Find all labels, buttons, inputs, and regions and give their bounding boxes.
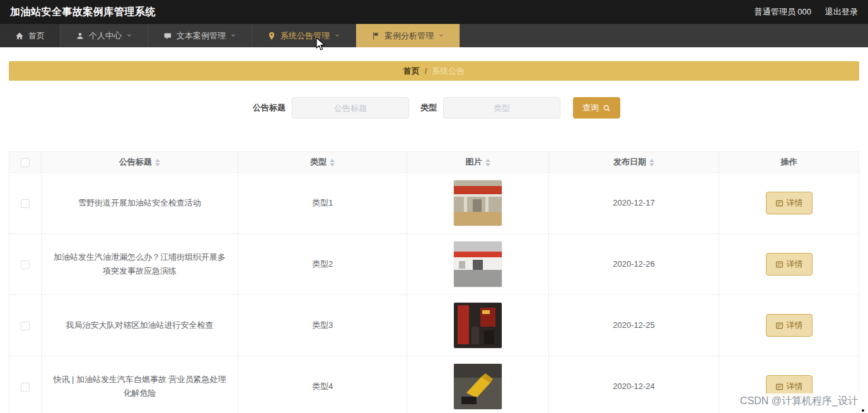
row-checkbox[interactable] [21,383,30,392]
announcement-title: 雪野街道开展加油站安全检查活动 [42,173,238,234]
announcement-title: 快讯 | 加油站发生汽车自燃事故 营业员紧急处理化解危险 [42,356,238,413]
nav-item-label: 案例分析管理 [385,30,434,42]
document-icon [775,199,784,207]
detail-button[interactable]: 详情 [766,192,813,214]
row-checkbox[interactable] [21,260,30,269]
row-checkbox[interactable] [21,199,30,208]
app-title: 加油站安全事故案例库管理系统 [10,6,156,19]
table-row: 快讯 | 加油站发生汽车自燃事故 营业员紧急处理化解危险 类型4 2020-12… [9,356,859,413]
sort-icon[interactable] [649,159,654,166]
type-search-input[interactable] [443,97,560,119]
home-icon [15,32,24,40]
chevron-down-icon [438,31,444,40]
nav-item-announcements[interactable]: 系统公告管理 [252,24,356,47]
type-search-label: 类型 [420,102,437,113]
column-header-image[interactable]: 图片 [407,152,549,173]
watermark: CSDN @计算机程序_设计 [736,393,862,409]
select-all-checkbox[interactable] [21,158,30,167]
column-header-type[interactable]: 类型 [238,152,407,173]
search-button[interactable]: 查询 [573,97,620,119]
publish-date: 2020-12-17 [549,173,719,234]
table-row: 我局治安大队对辖区加油站进行安全检查 类型3 2020-12-25 详情 [9,295,859,356]
title-search-label: 公告标题 [253,102,286,113]
nav-item-profile[interactable]: 个人中心 [61,24,148,47]
select-all-header[interactable] [9,152,42,173]
announcement-table: 公告标题 类型 图片 发布日期 操作 雪野街道开展加油站安全检查活动 类型1 [9,151,859,413]
sort-icon[interactable] [155,159,160,166]
column-header-title[interactable]: 公告标题 [42,152,238,173]
detail-button[interactable]: 详情 [766,253,813,276]
column-header-actions: 操作 [719,152,859,173]
announcement-title: 我局治安大队对辖区加油站进行安全检查 [42,295,238,356]
document-icon [775,260,784,269]
search-button-label: 查询 [582,102,599,113]
announcement-type: 类型3 [238,295,407,356]
nav-item-label: 系统公告管理 [281,30,330,42]
sort-icon[interactable] [330,159,335,166]
document-icon [775,383,784,391]
table-row: 加油站发生汽油泄漏怎么办？江埔街组织开展多项突发事故应急演练 类型2 2020-… [9,234,859,295]
chevron-down-icon [334,31,340,40]
flag-icon [371,32,380,40]
breadcrumb: 首页 / 系统公告 [9,61,859,81]
chevron-down-icon [126,31,132,40]
corner-dot [862,409,864,412]
table-header-row: 公告标题 类型 图片 发布日期 操作 [9,152,859,173]
nav-item-label: 个人中心 [89,30,122,42]
title-search-input[interactable] [292,97,409,119]
nav-item-label: 文本案例管理 [176,30,226,42]
search-icon [603,104,611,112]
search-bar: 公告标题 类型 查询 [0,97,868,119]
nav-item-text-cases[interactable]: 文本案例管理 [148,24,252,47]
logout-link[interactable]: 退出登录 [825,6,858,18]
document-icon [775,322,784,330]
announcement-image [454,364,502,409]
nav-item-case-analysis[interactable]: 案例分析管理 [356,24,460,47]
announcement-type: 类型4 [238,356,407,413]
breadcrumb-home-link[interactable]: 首页 [403,66,420,77]
publish-date: 2020-12-24 [549,356,719,413]
pin-icon [267,32,276,40]
announcement-image [454,180,502,226]
row-checkbox[interactable] [21,322,30,330]
current-user-label: 普通管理员 000 [755,6,811,18]
breadcrumb-separator: / [425,66,427,76]
chevron-down-icon [230,31,236,40]
publish-date: 2020-12-26 [549,234,719,295]
nav-item-home[interactable]: 首页 [0,24,61,47]
announcement-image [454,303,502,348]
app-header: 加油站安全事故案例库管理系统 普通管理员 000 退出登录 [0,0,868,24]
table-row: 雪野街道开展加油站安全检查活动 类型1 2020-12-17 详情 [9,173,859,234]
column-header-date[interactable]: 发布日期 [549,152,719,173]
announcement-title: 加油站发生汽油泄漏怎么办？江埔街组织开展多项突发事故应急演练 [42,234,238,295]
announcement-type: 类型1 [238,173,407,234]
detail-button[interactable]: 详情 [766,314,813,337]
main-nav: 首页 个人中心 文本案例管理 系统公告管理 案例分析管理 [0,24,868,47]
chat-icon [163,32,172,40]
breadcrumb-current: 系统公告 [432,66,465,77]
announcement-type: 类型2 [238,234,407,295]
sort-icon[interactable] [485,159,490,166]
announcement-image [454,241,502,287]
nav-item-label: 首页 [28,30,45,42]
publish-date: 2020-12-25 [549,295,719,356]
user-icon [76,32,84,40]
